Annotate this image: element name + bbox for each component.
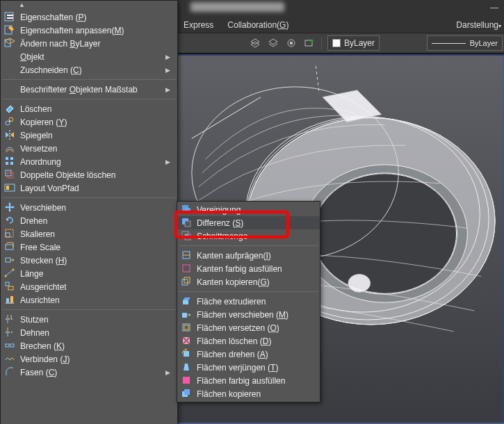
ctx-menu-scroll-up[interactable]: ▲ bbox=[1, 1, 177, 10]
ctx-item-ndern-nach-bylayer[interactable]: Ändern nach ByLayer bbox=[1, 37, 177, 50]
sub-item-label: Flächen kopieren bbox=[197, 389, 261, 399]
sub-item-fl-chen-verschieben-m[interactable]: Flächen verschieben (M) bbox=[177, 308, 320, 321]
ctx-item-objekt[interactable]: Objekt▶ bbox=[1, 50, 177, 63]
props-edit-icon bbox=[4, 24, 15, 35]
sub-item-label: Differenz (S) bbox=[197, 218, 243, 228]
ctx-item-beschrifteter-objekten-ma-stab[interactable]: Beschrifteter Objekten Maßstab▶ bbox=[1, 83, 177, 96]
svg-rect-71 bbox=[183, 377, 190, 384]
array-icon bbox=[4, 156, 15, 167]
ctx-item-label: Eigenschaften anpassen(M) bbox=[20, 26, 124, 35]
sub-item-label: Flächen drehen (A) bbox=[197, 350, 268, 359]
move-icon bbox=[4, 202, 15, 213]
svg-rect-16 bbox=[5, 13, 13, 21]
ctx-item-skalieren[interactable]: Skalieren bbox=[1, 227, 177, 240]
layer-stack2-icon[interactable] bbox=[265, 35, 282, 51]
ctx-item-stutzen[interactable]: Stutzen bbox=[1, 313, 177, 326]
ctx-item-label: Fasen (C) bbox=[20, 368, 57, 377]
svg-rect-61 bbox=[182, 279, 188, 285]
ctx-item-verbinden-j[interactable]: Verbinden (J) bbox=[1, 352, 177, 366]
menu-collaboration[interactable]: Collaboration(G) bbox=[220, 18, 295, 32]
svg-point-14 bbox=[348, 275, 371, 293]
align3-icon bbox=[4, 294, 15, 305]
ctx-item-verschieben[interactable]: Verschieben bbox=[1, 201, 177, 214]
offset-icon bbox=[4, 142, 15, 154]
ctx-item-label: Drehen bbox=[20, 216, 47, 226]
modify-context-menu: ▲Eigenschaften (P)Eigenschaften anpassen… bbox=[0, 0, 178, 424]
ctx-item-zuschneiden-c[interactable]: Zuschneiden (C)▶ bbox=[1, 63, 177, 76]
svg-rect-25 bbox=[6, 162, 8, 165]
menu-express[interactable]: Express bbox=[177, 18, 220, 32]
ctx-item-label: Ändern nach ByLayer bbox=[20, 39, 100, 49]
ctx-item-brechen-k[interactable]: Brechen (K) bbox=[1, 339, 177, 352]
svg-rect-27 bbox=[6, 170, 11, 176]
layer-color-dropdown[interactable]: ByLayer bbox=[327, 35, 380, 51]
svg-rect-70 bbox=[184, 351, 189, 357]
ctx-item-fasen-c[interactable]: Fasen (C)▶ bbox=[1, 366, 177, 379]
properties-toolbar: ByLayer ByLayer bbox=[177, 33, 504, 54]
sub-item-fl-chen-verj-ngen-t[interactable]: Flächen verjüngen (T) bbox=[177, 361, 320, 374]
menu-bar: Express Collaboration(G) Darstellung▾ bbox=[177, 17, 504, 33]
ctx-item-l-schen[interactable]: Löschen bbox=[1, 102, 177, 115]
title-bar: — bbox=[177, 0, 504, 18]
ctx-item-versetzen[interactable]: Versetzen bbox=[1, 142, 177, 155]
taperf-icon bbox=[181, 361, 192, 373]
ctx-item-drehen[interactable]: Drehen bbox=[1, 214, 177, 227]
document-title-obscured bbox=[190, 2, 284, 12]
sub-item-kanten-farbig-ausf-llen[interactable]: Kanten farbig ausfüllen bbox=[177, 262, 320, 275]
ctx-item-eigenschaften-p[interactable]: Eigenschaften (P) bbox=[1, 10, 177, 24]
submenu-arrow-icon: ▶ bbox=[165, 86, 170, 93]
ctx-item-ausgerichtet[interactable]: Ausgerichtet bbox=[1, 280, 177, 293]
svg-rect-50 bbox=[10, 344, 14, 347]
layer-add-icon[interactable] bbox=[301, 35, 318, 51]
layer-stack-icon[interactable] bbox=[247, 35, 263, 51]
window-minimize-button[interactable]: — bbox=[490, 3, 498, 13]
copyedges-icon bbox=[181, 276, 192, 287]
ctx-item-free-scale[interactable]: Free Scale bbox=[1, 240, 177, 254]
sub-item-fl-chen-versetzen-o[interactable]: Flächen versetzen (O) bbox=[177, 321, 320, 334]
linetype-preview bbox=[432, 43, 466, 44]
sub-item-label: Flächen verjüngen (T) bbox=[197, 363, 278, 373]
svg-rect-52 bbox=[185, 208, 190, 213]
svg-rect-18 bbox=[7, 17, 13, 19]
ctx-item-l-nge[interactable]: Länge bbox=[1, 267, 177, 280]
sub-item-fl-chen-drehen-a[interactable]: Flächen drehen (A) bbox=[177, 348, 320, 361]
svg-point-36 bbox=[5, 275, 7, 277]
ctx-item-strecken-h[interactable]: Strecken (H) bbox=[1, 254, 177, 267]
layer-stack3-icon[interactable] bbox=[283, 35, 300, 51]
sub-item-label: Schnittmenge bbox=[197, 231, 247, 241]
ctx-item-doppelte-objekte-l-schen[interactable]: Doppelte Objekte löschen bbox=[1, 168, 177, 181]
svg-rect-24 bbox=[10, 157, 13, 160]
ctx-item-kopieren-y[interactable]: Kopieren (Y) bbox=[1, 115, 177, 129]
menu-separator bbox=[179, 291, 318, 292]
linetype-dropdown[interactable]: ByLayer bbox=[427, 35, 503, 51]
ctx-item-anordnung[interactable]: Anordnung▶ bbox=[1, 155, 177, 168]
align-icon bbox=[4, 281, 15, 292]
ctx-item-layout-vonpfad[interactable]: Layout VonPfad bbox=[1, 181, 177, 195]
sub-item-fl-chen-l-schen-d[interactable]: Flächen löschen (D) bbox=[177, 334, 320, 348]
menu-separator bbox=[2, 309, 176, 310]
ctx-item-ausrichten[interactable]: Ausrichten bbox=[1, 293, 177, 307]
layout-icon bbox=[4, 182, 15, 193]
sub-item-differenz-s[interactable]: Differenz (S) bbox=[177, 216, 320, 229]
solid-editing-submenu: VereinigungDifferenz (S)SchnittmengeKant… bbox=[177, 201, 320, 402]
ctx-item-spiegeln[interactable]: Spiegeln bbox=[1, 129, 177, 142]
imprint-icon bbox=[181, 250, 192, 261]
extrudef-icon bbox=[181, 295, 192, 307]
sub-item-schnittmenge[interactable]: Schnittmenge bbox=[177, 229, 320, 243]
sub-item-kanten-kopieren-g[interactable]: Kanten kopieren(G) bbox=[177, 275, 320, 288]
ctx-item-label: Beschrifteter Objekten Maßstab bbox=[20, 85, 138, 95]
sub-item-fl-che-extrudieren[interactable]: Fläche extrudieren bbox=[177, 295, 320, 308]
menu-separator bbox=[2, 99, 176, 99]
sub-item-fl-chen-kopieren[interactable]: Flächen kopieren bbox=[177, 387, 320, 400]
sub-item-fl-chen-farbig-ausf-llen[interactable]: Flächen farbig ausfüllen bbox=[177, 374, 320, 387]
union-icon bbox=[181, 204, 192, 215]
sub-item-vereinigung[interactable]: Vereinigung bbox=[177, 203, 320, 216]
sub-item-kanten-aufpr-gen-i[interactable]: Kanten aufprägen(I) bbox=[177, 249, 320, 262]
ctx-item-label: Länge bbox=[20, 269, 43, 279]
ctx-item-label: Anordnung bbox=[20, 157, 61, 167]
menu-darstellung[interactable]: Darstellung▾ bbox=[449, 18, 504, 32]
ctx-item-dehnen[interactable]: Dehnen bbox=[1, 326, 177, 339]
rotate-icon bbox=[4, 215, 15, 226]
ctx-item-eigenschaften-anpassen-m[interactable]: Eigenschaften anpassen(M) bbox=[1, 24, 177, 37]
menu-separator bbox=[179, 245, 318, 246]
